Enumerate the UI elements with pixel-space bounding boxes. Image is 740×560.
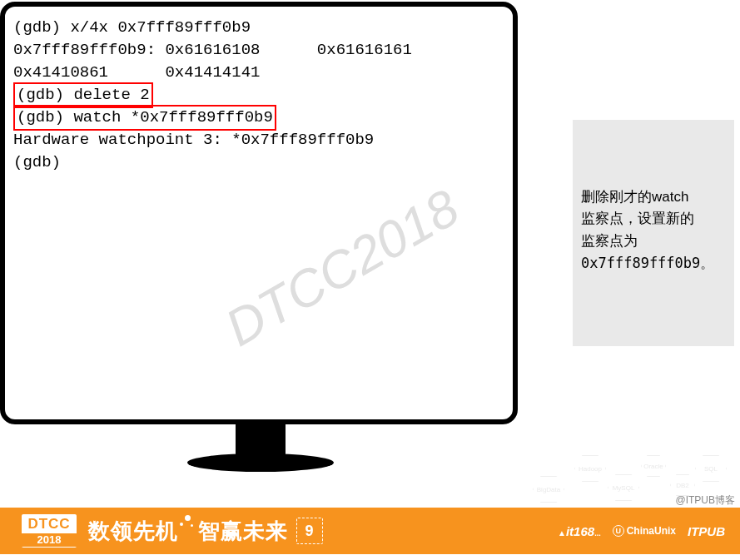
sponsors-row: ▲it168... UChinaUnix ITPUB — [558, 524, 725, 538]
gdb-line-highlight: (gdb) watch *0x7fff89fff0b9 — [13, 107, 504, 129]
monitor-stand-base — [187, 453, 334, 472]
hex-item: BigData — [533, 476, 564, 503]
monitor-screen: (gdb) x/4x 0x7fff89fff0b9 0x7fff89fff0b9… — [0, 2, 518, 424]
footer-bar: DTCC 2018 数领先机 智赢未来 9 ▲it168... UChinaUn… — [0, 508, 740, 554]
gdb-line: (gdb) x/4x 0x7fff89fff0b9 — [13, 17, 504, 39]
gdb-line: 0x7fff89fff0b9: 0x61616108 0x61616161 — [13, 39, 504, 62]
sponsor-itpub: ITPUB — [688, 524, 725, 538]
side-explanation: 删除刚才的watch 监察点，设置新的 监察点为 0x7fff89fff0b9。 — [573, 120, 734, 346]
badge-title: DTCC — [27, 517, 70, 531]
terminal-output: (gdb) x/4x 0x7fff89fff0b9 0x7fff89fff0b9… — [5, 7, 513, 419]
gdb-line: Hardware watchpoint 3: *0x7fff89fff0b9 — [13, 129, 504, 151]
dots-icon — [180, 515, 196, 537]
watermark-text: DTCC2018 — [212, 171, 473, 364]
gdb-line: 0x41410861 0x41414141 — [13, 62, 504, 84]
hex-item: Hadoop — [574, 455, 606, 482]
dtcc-badge: DTCC 2018 — [22, 514, 77, 548]
slogan-number: 9 — [296, 518, 323, 544]
gdb-line-highlight: (gdb) delete 2 — [13, 84, 504, 107]
badge-year: 2018 — [22, 533, 77, 547]
gdb-line: (gdb) — [13, 151, 504, 174]
footer-slogan: 数领先机 智赢未来 9 — [88, 515, 323, 547]
hex-item: MySQL — [608, 474, 639, 501]
highlight-watch: (gdb) watch *0x7fff89fff0b9 — [13, 105, 276, 131]
hex-item: Oracle — [641, 455, 666, 477]
note-line: 0x7fff89fff0b9。 — [581, 252, 728, 274]
note-line: 监察点为 — [581, 230, 728, 252]
note-line: 监察点，设置新的 — [581, 208, 728, 230]
sponsor-it168: ▲it168... — [558, 524, 601, 538]
slogan-part-a: 数领先机 — [88, 517, 178, 546]
note-line: 删除刚才的watch — [581, 186, 728, 208]
hex-item: SQL — [695, 455, 727, 482]
sponsor-chinaunix: UChinaUnix — [613, 525, 676, 537]
slogan-part-b: 智赢未来 — [198, 517, 288, 546]
credit-text: @ITPUB博客 — [675, 493, 735, 508]
monitor-stand-neck — [236, 424, 286, 458]
